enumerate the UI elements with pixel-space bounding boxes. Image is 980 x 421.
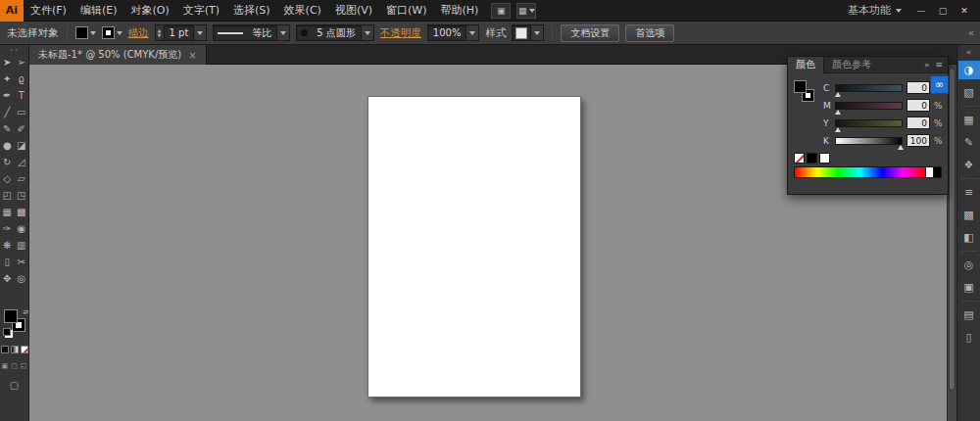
panel-fill-indicator[interactable] [794,80,807,93]
default-fill-stroke-icon[interactable] [3,328,11,336]
blend-tool[interactable]: ◉ [15,220,29,237]
line-segment-tool[interactable]: ╱ [0,104,15,120]
dock-icon-layers[interactable]: ▤ [958,305,980,324]
shape-builder-tool[interactable]: ◰ [0,187,15,204]
draw-normal-icon[interactable]: ▣ [2,362,9,370]
cyan-value-field[interactable]: 0 [906,81,930,94]
cyan-slider[interactable] [835,84,903,92]
tab-color-guide[interactable]: 颜色参考 [824,57,879,73]
dock-icon-transparency[interactable]: ◧ [958,228,980,247]
opacity-panel-link[interactable]: 不透明度 [380,26,421,40]
dock-icon-gradient[interactable]: ▩ [958,206,980,224]
cyan-slider-thumb[interactable] [835,92,841,97]
spectrum-white-swatch[interactable] [925,167,933,177]
gradient-button[interactable] [11,346,19,353]
document-setup-button[interactable]: 文档设置 [561,24,619,42]
magenta-slider-thumb[interactable] [835,110,841,115]
document-tab[interactable]: 未标题-1* @ 50% (CMYK/预览) × [29,45,207,65]
control-bar-overflow-icon[interactable]: « [968,27,980,38]
draw-behind-icon[interactable]: ▢ [11,362,18,370]
magenta-slider[interactable] [835,102,903,110]
tab-color[interactable]: 颜色 [788,57,824,73]
yellow-slider[interactable] [835,119,903,127]
fill-indicator[interactable] [4,309,18,323]
selection-tool[interactable]: ➤ [0,54,15,70]
black-slider-thumb[interactable] [898,145,904,150]
dock-icon-brushes[interactable]: ✎ [958,133,980,152]
blob-brush-tool[interactable]: ● [0,137,15,154]
pencil-tool[interactable]: ✐ [15,120,29,137]
yellow-slider-thumb[interactable] [835,127,841,132]
hand-tool[interactable]: ✥ [0,270,15,287]
brush-definition-dropdown[interactable]: 5 点圆形 [296,24,374,41]
type-tool[interactable]: T [15,87,29,104]
zoom-tool[interactable]: ◎ [15,270,29,287]
menu-window[interactable]: 窗口(W) [379,0,433,22]
symbol-sprayer-tool[interactable]: ❋ [0,237,15,254]
black-value-field[interactable]: 100 [906,134,930,147]
bridge-icon[interactable]: ▣ [491,3,511,19]
toolbar-grip[interactable]: ∙∙ [0,45,28,54]
swap-fill-stroke-icon[interactable]: ⇄ [23,308,28,316]
dock-icon-swatches[interactable]: ▦ [958,111,980,129]
stroke-width-field[interactable]: ▲▼ 1 pt [155,24,208,41]
gradient-tool[interactable]: ▩ [15,204,29,220]
menu-type[interactable]: 文字(T) [176,0,226,22]
width-tool[interactable]: ◇ [0,170,15,187]
dock-icon-stroke[interactable]: ≡ [958,183,980,202]
width-profile-dropdown-button[interactable] [276,25,289,40]
perspective-grid-tool[interactable]: ◳ [15,187,29,204]
black-swatch[interactable] [807,153,817,164]
restore-button[interactable]: ▢ [933,3,953,19]
panel-menu-icon[interactable]: ≡ [935,60,943,70]
dock-icon-symbols[interactable]: ❖ [958,156,980,174]
dock-icon-artboards[interactable]: ▯ [958,328,980,347]
lasso-tool[interactable]: ϱ [15,70,29,87]
eyedropper-tool[interactable]: ✑ [0,220,15,237]
stroke-panel-link[interactable]: 描边 [128,26,149,40]
spectrum-bar[interactable] [794,166,942,178]
color-button[interactable] [1,346,9,353]
yellow-value-field[interactable]: 0 [906,117,930,129]
magic-wand-tool[interactable]: ✦ [0,70,15,87]
spectrum-black-swatch[interactable] [933,167,941,177]
white-swatch[interactable] [819,153,830,164]
brush-dropdown-button[interactable] [361,25,373,40]
dock-icon-appearance[interactable]: ◎ [958,256,980,274]
stroke-color-dropdown[interactable] [102,26,122,39]
rectangle-tool[interactable]: ▭ [15,104,29,120]
menu-edit[interactable]: 编辑(E) [74,0,124,22]
eraser-tool[interactable]: ◪ [15,137,29,154]
opacity-dropdown-button[interactable] [466,25,478,40]
menu-view[interactable]: 视图(V) [328,0,379,22]
stroke-width-stepper[interactable]: ▲▼ [156,25,165,40]
spectrum-gradient[interactable] [795,167,925,177]
draw-inside-icon[interactable]: ◱ [21,362,27,370]
mesh-tool[interactable]: ▦ [0,204,15,220]
opacity-field[interactable]: 100% [427,24,480,41]
screen-mode-button[interactable]: ▢ [10,380,19,391]
black-slider[interactable] [835,137,903,145]
menu-object[interactable]: 对象(O) [123,0,175,22]
fill-color-dropdown[interactable] [75,26,96,39]
width-profile-dropdown[interactable]: 等比 [213,24,290,41]
dock-icon-color-guide[interactable]: ▧ [958,83,980,102]
close-button[interactable]: ✕ [955,3,974,19]
artboard[interactable] [368,96,581,398]
artboard-tool[interactable]: ▯ [0,254,15,270]
none-button[interactable] [21,346,28,353]
expand-panels-icon[interactable]: « [966,45,972,59]
free-transform-tool[interactable]: ▱ [15,170,29,187]
stroke-width-dropdown-button[interactable] [193,25,206,40]
scale-tool[interactable]: ◿ [15,154,29,170]
menu-help[interactable]: 帮助(H) [433,0,485,22]
style-dropdown[interactable] [512,24,544,41]
collapse-panel-icon[interactable]: » [924,60,930,70]
menu-file[interactable]: 文件(F) [24,0,74,22]
vertical-scrollbar-thumb[interactable] [949,68,956,391]
rotate-tool[interactable]: ↻ [0,154,15,170]
magenta-value-field[interactable]: 0 [906,99,930,112]
menu-effect[interactable]: 效果(C) [277,0,328,22]
menu-select[interactable]: 选择(S) [226,0,277,22]
pen-tool[interactable]: ✒ [0,87,15,104]
